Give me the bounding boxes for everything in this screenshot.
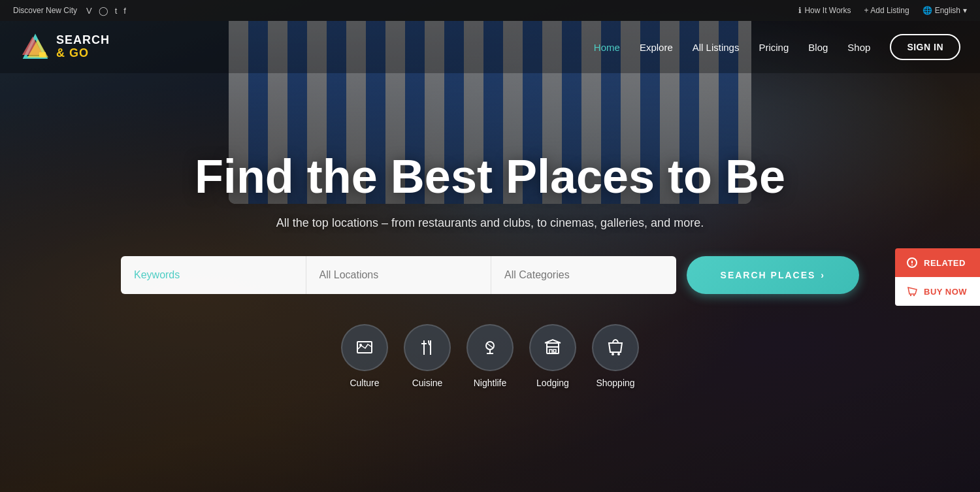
hero-title: Find the Best Places to Be xyxy=(195,151,785,203)
svg-rect-3 xyxy=(39,52,46,57)
svg-point-24 xyxy=(913,295,915,296)
svg-line-13 xyxy=(487,344,493,348)
how-it-works-link[interactable]: ℹ How It Works xyxy=(798,6,851,15)
nav-pricing[interactable]: Pricing xyxy=(759,42,789,53)
shopping-icon-wrap xyxy=(592,324,639,371)
top-bar: Discover New City V ◯ t f ℹ How It Works… xyxy=(0,0,980,21)
related-button[interactable]: RELATED xyxy=(895,248,980,277)
svg-rect-14 xyxy=(547,343,559,353)
language-selector[interactable]: 🌐 English ▾ xyxy=(923,6,967,15)
category-lodging[interactable]: Lodging xyxy=(529,324,576,388)
nightlife-icon xyxy=(480,338,500,357)
nav-home[interactable]: Home xyxy=(594,42,620,53)
svg-point-18 xyxy=(612,353,614,355)
vimeo-icon[interactable]: V xyxy=(86,6,92,16)
cuisine-label: Cuisine xyxy=(412,378,443,388)
hero-content: Find the Best Places to Be All the top l… xyxy=(0,21,980,492)
nav-all-listings[interactable]: All Listings xyxy=(693,42,740,53)
instagram-icon[interactable]: ◯ xyxy=(99,6,108,16)
shopping-label: Shopping xyxy=(596,378,634,388)
logo[interactable]: SEARCH & GO xyxy=(20,31,110,63)
logo-text: SEARCH & GO xyxy=(56,34,110,60)
chevron-down-icon: ▾ xyxy=(963,6,967,15)
search-button[interactable]: SEARCH PLACES › xyxy=(687,256,859,294)
cart-icon xyxy=(907,286,917,297)
svg-rect-17 xyxy=(553,350,556,352)
nav-explore[interactable]: Explore xyxy=(640,42,673,53)
nav-links: Home Explore All Listings Pricing Blog S… xyxy=(594,34,960,60)
add-listing-link[interactable]: + Add Listing xyxy=(864,6,909,15)
locations-wrap xyxy=(306,256,492,294)
site-name: Discover New City xyxy=(13,6,77,15)
globe-icon: 🌐 xyxy=(923,6,932,15)
category-row: Culture Cuisine xyxy=(341,324,639,388)
svg-point-5 xyxy=(359,344,362,346)
category-shopping[interactable]: Shopping xyxy=(592,324,639,388)
nav-blog[interactable]: Blog xyxy=(808,42,828,53)
locations-input[interactable] xyxy=(319,269,478,281)
main-navigation: SEARCH & GO Home Explore All Listings Pr… xyxy=(0,21,980,73)
logo-svg xyxy=(20,31,51,63)
nightlife-icon-wrap xyxy=(466,324,514,371)
categories-input[interactable] xyxy=(504,269,663,281)
info-icon: ℹ xyxy=(798,6,802,15)
sign-in-button[interactable]: SIGN IN xyxy=(890,34,960,60)
buy-now-button[interactable]: BUY NOW xyxy=(895,277,980,306)
lodging-icon-wrap xyxy=(529,324,576,371)
top-bar-left: Discover New City V ◯ t f xyxy=(13,6,126,16)
svg-point-19 xyxy=(617,353,620,355)
nightlife-label: Nightlife xyxy=(474,378,507,388)
culture-icon-wrap xyxy=(341,324,388,371)
search-button-label: SEARCH PLACES xyxy=(721,270,816,280)
related-label: RELATED xyxy=(924,258,966,268)
lodging-icon xyxy=(543,338,563,357)
categories-wrap xyxy=(491,256,676,294)
top-bar-right: ℹ How It Works + Add Listing 🌐 English ▾ xyxy=(798,6,967,15)
search-bar: SEARCH PLACES › xyxy=(121,256,859,294)
cuisine-icon-wrap xyxy=(404,324,451,371)
facebook-icon[interactable]: f xyxy=(123,6,126,16)
twitter-icon[interactable]: t xyxy=(115,6,118,16)
shopping-icon xyxy=(606,338,625,357)
related-icon xyxy=(907,257,917,268)
culture-icon xyxy=(355,338,374,357)
hero-subtitle: All the top locations – from restaurants… xyxy=(276,216,704,230)
cuisine-icon xyxy=(417,338,437,357)
logo-line2: & GO xyxy=(56,47,110,60)
keywords-wrap xyxy=(121,256,306,294)
buy-now-label: BUY NOW xyxy=(924,287,967,297)
logo-line1: SEARCH xyxy=(56,34,110,47)
category-nightlife[interactable]: Nightlife xyxy=(466,324,514,388)
category-culture[interactable]: Culture xyxy=(341,324,388,388)
social-links: V ◯ t f xyxy=(86,6,126,16)
svg-point-22 xyxy=(911,265,913,266)
arrow-icon: › xyxy=(821,270,825,280)
culture-label: Culture xyxy=(350,378,379,388)
svg-point-23 xyxy=(910,295,911,296)
category-cuisine[interactable]: Cuisine xyxy=(404,324,451,388)
keywords-input[interactable] xyxy=(134,269,293,281)
lodging-label: Lodging xyxy=(536,378,569,388)
side-widgets: RELATED BUY NOW xyxy=(895,248,980,306)
nav-shop[interactable]: Shop xyxy=(847,42,870,53)
